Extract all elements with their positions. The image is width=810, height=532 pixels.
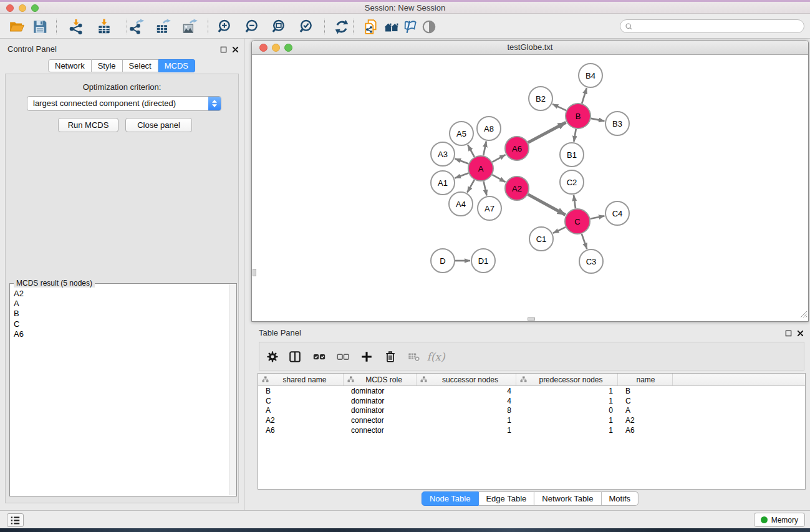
cell-predecessor-nodes[interactable]: 1 bbox=[516, 387, 618, 395]
graph-edge-A-A7[interactable] bbox=[484, 181, 487, 196]
close-panel-button[interactable]: Close panel bbox=[125, 118, 192, 132]
refresh-icon[interactable] bbox=[332, 17, 351, 36]
window-resize-grip[interactable] bbox=[799, 309, 807, 320]
vertical-scroll-nub[interactable] bbox=[253, 269, 256, 276]
cell-MCDS-role[interactable]: connector bbox=[344, 426, 417, 435]
horizontal-scroll-nub[interactable] bbox=[528, 317, 535, 321]
table-row[interactable]: Bdominator41B bbox=[258, 386, 805, 396]
table-row[interactable]: A2connector11A2 bbox=[258, 415, 805, 425]
show-columns-icon[interactable] bbox=[287, 349, 302, 364]
graph-edge-A-A1[interactable] bbox=[455, 173, 469, 178]
column-header-successor-nodes[interactable]: successor nodes bbox=[417, 374, 516, 385]
graph-edge-C-C2[interactable] bbox=[574, 195, 576, 208]
tab-network[interactable]: Network bbox=[48, 59, 92, 72]
network-canvas[interactable]: AA1A2A3A4A5A6A7A8BB1B2B3B4CC1C2C3C4DD1 bbox=[252, 56, 808, 321]
export-table-icon[interactable] bbox=[153, 17, 172, 36]
select-all-rows-icon[interactable] bbox=[312, 349, 327, 364]
mcds-result-item[interactable]: B bbox=[11, 309, 228, 319]
network-window-titlebar[interactable]: testGlobe.txt bbox=[252, 41, 808, 55]
import-network-icon[interactable] bbox=[67, 17, 85, 36]
zoom-selected-icon[interactable] bbox=[297, 17, 316, 36]
graph-edge-C-C4[interactable] bbox=[591, 216, 605, 219]
mcds-result-item[interactable]: C bbox=[11, 319, 228, 329]
add-column-icon[interactable] bbox=[359, 349, 374, 364]
graph-edge-A-A3[interactable] bbox=[455, 158, 469, 163]
run-mcds-button[interactable]: Run MCDS bbox=[58, 118, 118, 132]
mcds-result-item[interactable]: A2 bbox=[11, 289, 228, 299]
cell-name[interactable]: B bbox=[618, 387, 673, 395]
graph-edge-A6-B[interactable] bbox=[528, 122, 566, 142]
search-input[interactable] bbox=[620, 19, 804, 33]
graph-edge-A-A4[interactable] bbox=[467, 180, 474, 192]
table-row[interactable]: A6connector11A6 bbox=[258, 425, 805, 435]
cell-successor-nodes[interactable]: 1 bbox=[417, 426, 516, 435]
cell-successor-nodes[interactable]: 4 bbox=[417, 387, 516, 395]
cell-name[interactable]: A bbox=[618, 406, 673, 415]
cell-shared-name[interactable]: A2 bbox=[258, 416, 344, 425]
close-panel-icon[interactable] bbox=[232, 44, 239, 56]
column-header-shared-name[interactable]: shared name bbox=[258, 374, 344, 385]
cell-shared-name[interactable]: B bbox=[258, 387, 344, 395]
cell-successor-nodes[interactable]: 1 bbox=[417, 416, 516, 425]
graph-edge-C-C1[interactable] bbox=[553, 227, 566, 233]
tab-node-table[interactable]: Node Table bbox=[422, 491, 479, 506]
list-scrollbar[interactable] bbox=[229, 284, 236, 495]
criterion-dropdown[interactable]: largest connected component (directed) bbox=[27, 96, 221, 111]
apply-layout-icon[interactable] bbox=[382, 17, 401, 36]
graph-edge-A-A5[interactable] bbox=[468, 145, 475, 157]
cell-successor-nodes[interactable]: 8 bbox=[417, 406, 516, 415]
node-table[interactable]: shared nameMCDS rolesuccessor nodesprede… bbox=[258, 373, 806, 490]
import-table-icon[interactable] bbox=[95, 17, 113, 36]
graph-edge-B-B4[interactable] bbox=[582, 88, 587, 104]
graph-edge-A-A2[interactable] bbox=[492, 175, 505, 182]
column-header-MCDS-role[interactable]: MCDS role bbox=[344, 374, 417, 385]
tab-select[interactable]: Select bbox=[123, 59, 158, 72]
export-network-icon[interactable] bbox=[127, 17, 146, 36]
cell-name[interactable]: A6 bbox=[618, 426, 673, 435]
graphics-details-icon[interactable] bbox=[401, 17, 420, 36]
zoom-in-icon[interactable] bbox=[216, 17, 234, 36]
save-session-icon[interactable] bbox=[31, 17, 49, 36]
delete-column-icon[interactable] bbox=[407, 349, 422, 364]
cell-predecessor-nodes[interactable]: 1 bbox=[516, 416, 618, 425]
column-header-name[interactable]: name bbox=[618, 374, 673, 385]
cell-predecessor-nodes[interactable]: 1 bbox=[516, 426, 618, 435]
tab-motifs[interactable]: Motifs bbox=[601, 491, 639, 506]
open-file-icon[interactable] bbox=[7, 17, 26, 36]
cell-MCDS-role[interactable]: connector bbox=[344, 416, 417, 425]
mcds-result-list[interactable]: A2ABCA6 bbox=[11, 289, 228, 495]
cell-MCDS-role[interactable]: dominator bbox=[344, 397, 417, 405]
graph-edge-B-B2[interactable] bbox=[552, 104, 566, 110]
memory-button[interactable]: Memory bbox=[754, 513, 805, 527]
cell-successor-nodes[interactable]: 4 bbox=[417, 397, 516, 405]
graph-edge-A2-C[interactable] bbox=[528, 195, 566, 215]
tab-mcds[interactable]: MCDS bbox=[158, 59, 195, 72]
task-history-button[interactable] bbox=[7, 513, 24, 527]
graph-edge-A-A8[interactable] bbox=[483, 142, 486, 156]
table-row[interactable]: Cdominator41C bbox=[258, 396, 805, 406]
network-graph[interactable]: AA1A2A3A4A5A6A7A8BB1B2B3B4CC1C2C3C4DD1 bbox=[252, 56, 808, 321]
column-header-predecessor-nodes[interactable]: predecessor nodes bbox=[516, 374, 618, 385]
cell-MCDS-role[interactable]: dominator bbox=[344, 387, 417, 395]
cell-shared-name[interactable]: A6 bbox=[258, 426, 344, 435]
delete-rows-icon[interactable] bbox=[383, 349, 398, 364]
cell-predecessor-nodes[interactable]: 1 bbox=[516, 397, 618, 405]
tab-network-table[interactable]: Network Table bbox=[534, 491, 601, 506]
graph-edge-B-B1[interactable] bbox=[574, 129, 576, 142]
graph-edge-C-C3[interactable] bbox=[582, 234, 587, 249]
cell-name[interactable]: A2 bbox=[618, 416, 673, 425]
tab-style[interactable]: Style bbox=[92, 59, 123, 72]
cell-shared-name[interactable]: A bbox=[258, 406, 344, 415]
birds-eye-view-icon[interactable] bbox=[420, 17, 438, 36]
function-builder-icon[interactable]: f(x) bbox=[425, 349, 446, 364]
tab-edge-table[interactable]: Edge Table bbox=[478, 491, 534, 506]
graph-edge-B-B3[interactable] bbox=[591, 118, 605, 121]
float-panel-icon[interactable] bbox=[220, 44, 227, 56]
zoom-out-icon[interactable] bbox=[243, 17, 262, 36]
deselect-all-rows-icon[interactable] bbox=[335, 349, 350, 364]
cell-name[interactable]: C bbox=[618, 397, 673, 405]
table-row[interactable]: Adominator80A bbox=[258, 405, 805, 415]
mcds-result-item[interactable]: A6 bbox=[11, 329, 228, 339]
cell-shared-name[interactable]: C bbox=[258, 397, 344, 405]
cell-predecessor-nodes[interactable]: 0 bbox=[516, 406, 618, 415]
